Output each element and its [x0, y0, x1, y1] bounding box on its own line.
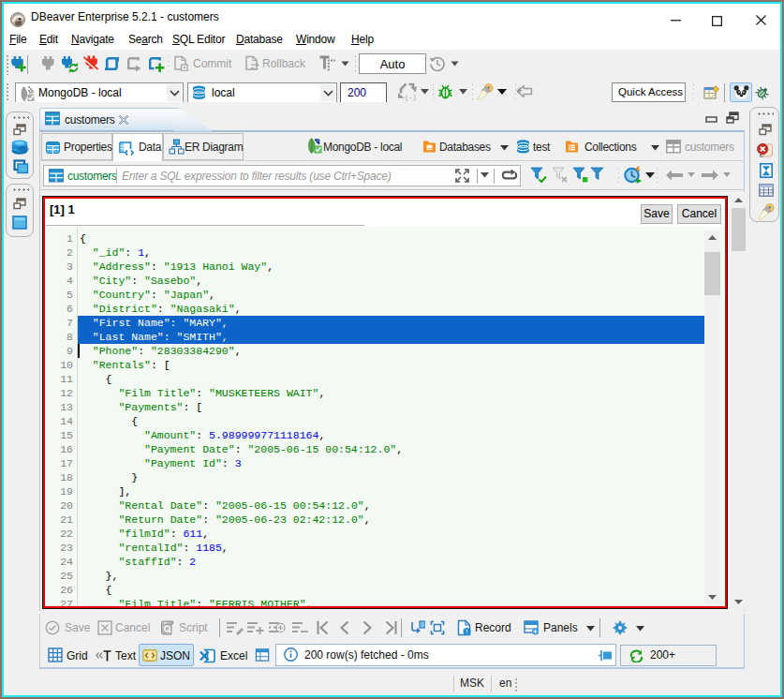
- svg-text:(-): (-): [405, 94, 417, 101]
